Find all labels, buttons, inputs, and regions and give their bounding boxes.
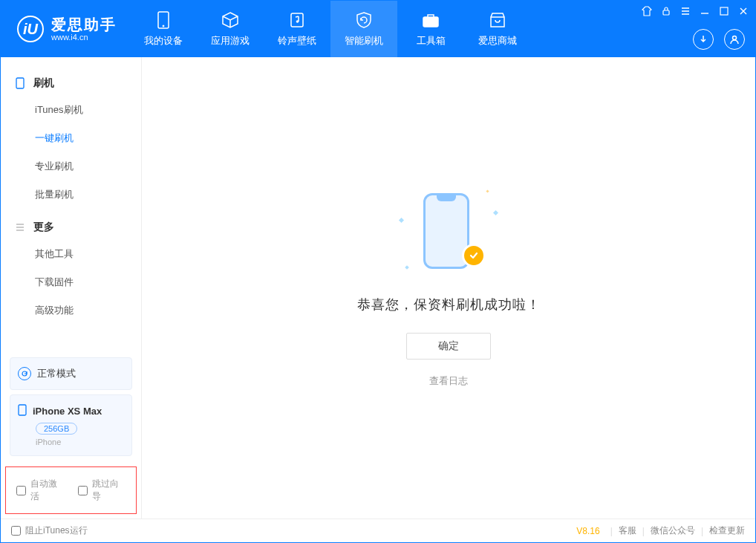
sidebar-group-more: 更多 其他工具 下载固件 高级功能	[1, 215, 141, 325]
success-message: 恭喜您，保资料刷机成功啦！	[357, 296, 541, 313]
nav-label: 应用游戏	[211, 34, 250, 48]
sidebar-group-title: 更多	[1, 215, 141, 240]
sidebar-item-download-firmware[interactable]: 下载固件	[1, 268, 141, 296]
shirt-icon[interactable]	[641, 5, 653, 17]
flash-options-highlighted: 自动激活 跳过向导	[5, 466, 137, 514]
device-mode-card[interactable]: 正常模式	[10, 357, 132, 390]
sidebar-scroll: 刷机 iTunes刷机 一键刷机 专业刷机 批量刷机 更多 其他工具 下载固件 …	[1, 57, 141, 353]
nav-tab-toolbox[interactable]: 工具箱	[397, 1, 464, 57]
sidebar-item-oneclick-flash[interactable]: 一键刷机	[1, 124, 141, 152]
checkbox-label: 自动激活	[30, 478, 65, 503]
sidebar-item-pro-flash[interactable]: 专业刷机	[1, 152, 141, 181]
svg-rect-8	[16, 78, 24, 88]
app-title: 爱思助手	[51, 16, 117, 33]
window-controls	[641, 5, 749, 17]
checkbox-input[interactable]	[11, 526, 21, 536]
body: 刷机 iTunes刷机 一键刷机 专业刷机 批量刷机 更多 其他工具 下载固件 …	[1, 57, 755, 518]
footer-right: V8.16 | 客服 | 微信公众号 | 检查更新	[576, 524, 745, 537]
svg-rect-9	[19, 405, 26, 415]
checkbox-label: 阻止iTunes运行	[25, 524, 88, 537]
success-illustration	[404, 189, 493, 278]
sidebar-group-flash: 刷机 iTunes刷机 一键刷机 专业刷机 批量刷机	[1, 71, 141, 209]
nav-label: 智能刷机	[345, 34, 383, 48]
phone-small-icon	[18, 404, 27, 418]
nav-tab-flash[interactable]: 智能刷机	[330, 1, 397, 57]
device-small-icon	[14, 77, 26, 89]
nav-tabs: 我的设备 应用游戏 铃声壁纸 智能刷机 工具箱 爱思商城	[130, 1, 531, 57]
menu-icon[interactable]	[680, 5, 691, 17]
user-button[interactable]	[724, 29, 745, 50]
nav-tab-store[interactable]: 爱思商城	[464, 1, 531, 57]
svg-rect-5	[663, 10, 669, 15]
app-subtitle: www.i4.cn	[51, 33, 117, 42]
nav-tab-ringtone[interactable]: 铃声壁纸	[264, 1, 330, 57]
sparkle-icon	[486, 189, 489, 192]
svg-rect-4	[423, 17, 438, 27]
sync-icon	[18, 367, 31, 380]
toolbox-icon	[421, 10, 440, 30]
logo-icon: iU	[17, 16, 44, 42]
checkbox-input[interactable]	[78, 486, 88, 495]
nav-label: 工具箱	[417, 34, 446, 48]
svg-point-1	[163, 25, 164, 27]
checkbox-block-itunes[interactable]: 阻止iTunes运行	[11, 524, 88, 537]
logo-section: iU 爱思助手 www.i4.cn	[1, 1, 130, 57]
refresh-shield-icon	[354, 10, 374, 30]
svg-point-7	[733, 36, 737, 40]
nav-label: 爱思商城	[478, 34, 517, 48]
cube-icon	[221, 10, 240, 30]
device-type: iPhone	[36, 438, 124, 446]
device-info-card[interactable]: iPhone XS Max 256GB iPhone	[10, 394, 132, 456]
sidebar-item-batch-flash[interactable]: 批量刷机	[1, 181, 141, 209]
footer-link-update[interactable]: 检查更新	[709, 524, 745, 537]
svg-point-3	[296, 20, 299, 23]
main-content: 恭喜您，保资料刷机成功啦！ 确定 查看日志	[142, 57, 755, 518]
phone-icon	[157, 10, 170, 30]
minimize-icon[interactable]	[699, 5, 711, 17]
footer: 阻止iTunes运行 V8.16 | 客服 | 微信公众号 | 检查更新	[1, 518, 755, 542]
sidebar: 刷机 iTunes刷机 一键刷机 专业刷机 批量刷机 更多 其他工具 下载固件 …	[1, 57, 142, 518]
device-name: iPhone XS Max	[33, 406, 102, 417]
footer-link-wechat[interactable]: 微信公众号	[651, 524, 695, 537]
checkmark-badge-icon	[462, 244, 486, 267]
checkbox-input[interactable]	[16, 486, 26, 495]
nav-label: 铃声壁纸	[278, 34, 316, 48]
nav-label: 我的设备	[144, 34, 183, 48]
sparkle-icon	[493, 209, 498, 215]
close-icon[interactable]	[737, 5, 749, 17]
sidebar-item-itunes-flash[interactable]: iTunes刷机	[1, 96, 141, 124]
ok-button[interactable]: 确定	[406, 333, 491, 360]
device-capacity: 256GB	[36, 423, 77, 435]
svg-rect-2	[291, 13, 303, 27]
separator: |	[642, 526, 645, 536]
footer-link-support[interactable]: 客服	[619, 524, 636, 537]
download-button[interactable]	[693, 29, 714, 50]
app-window: iU 爱思助手 www.i4.cn 我的设备 应用游戏 铃声壁纸 智能刷机	[0, 0, 756, 543]
list-small-icon	[14, 221, 26, 233]
checkbox-label: 跳过向导	[92, 478, 126, 503]
sidebar-group-title: 刷机	[1, 71, 141, 96]
sidebar-item-other-tools[interactable]: 其他工具	[1, 240, 141, 268]
group-title-text: 刷机	[33, 77, 54, 90]
maximize-icon[interactable]	[718, 5, 730, 17]
nav-tab-apps[interactable]: 应用游戏	[197, 1, 264, 57]
group-title-text: 更多	[33, 221, 54, 234]
music-icon	[288, 10, 306, 30]
checkbox-auto-activate[interactable]: 自动激活	[16, 478, 65, 503]
separator: |	[701, 526, 703, 536]
nav-tab-device[interactable]: 我的设备	[130, 1, 197, 57]
lock-icon[interactable]	[660, 5, 672, 17]
sparkle-icon	[405, 265, 409, 270]
view-log-link[interactable]: 查看日志	[429, 374, 468, 388]
sparkle-icon	[399, 217, 404, 222]
version-label: V8.16	[576, 526, 599, 536]
sidebar-item-advanced[interactable]: 高级功能	[1, 296, 141, 325]
checkbox-skip-guide[interactable]: 跳过向导	[78, 478, 126, 503]
mode-label: 正常模式	[37, 367, 76, 380]
header: iU 爱思助手 www.i4.cn 我的设备 应用游戏 铃声壁纸 智能刷机	[1, 1, 755, 57]
store-icon	[488, 10, 507, 30]
svg-rect-6	[720, 7, 728, 15]
separator: |	[610, 526, 613, 536]
logo-text: 爱思助手 www.i4.cn	[51, 16, 117, 42]
header-right-buttons	[693, 29, 745, 50]
